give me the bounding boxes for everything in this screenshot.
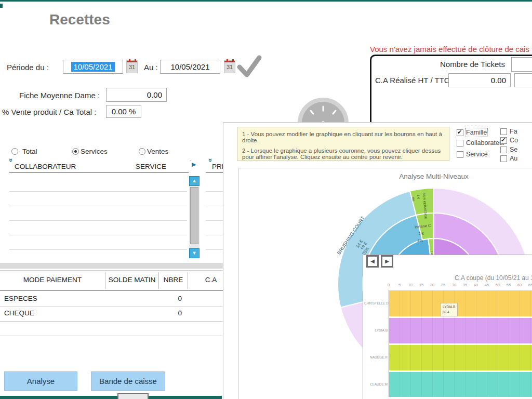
ca-realise-input[interactable]: 0.00 [448, 73, 511, 87]
calendar-icon-to[interactable]: 31 [224, 60, 235, 73]
checkbox-se[interactable] [500, 147, 507, 153]
period-to-label: Au : [144, 63, 158, 72]
page-title: Recettes [49, 11, 110, 28]
bar-chart-panel: C.A coupe (du 10/05/21 au 10/05/21) 0 5 … [363, 255, 532, 399]
vente-produit-input[interactable]: 0.00 % [106, 105, 141, 118]
radio-total[interactable] [11, 148, 18, 155]
vente-produit-label: % Vente produit / Ca Total : [2, 108, 97, 116]
radio-services-label: Services [81, 148, 108, 155]
validate-checkmark-icon[interactable] [236, 54, 262, 78]
checkbox-co-label: Co [510, 137, 518, 144]
radio-total-label: Total [22, 148, 37, 155]
tickets-label: Nombre de Tickets [427, 60, 505, 69]
checkbox-collaborateur-label: Collaborateur [466, 139, 505, 147]
svg-text:4%: 4% [417, 238, 423, 243]
radio-services[interactable] [72, 148, 79, 155]
svg-text:1 €: 1 € [417, 195, 420, 200]
info-line-1: 1 - Vous pouvez modifier le graphique en… [242, 131, 444, 143]
bar-label: LYDIA.B [364, 328, 388, 332]
sunburst-title: Analyse Multi-Niveaux [382, 172, 486, 180]
column-chevron-icon[interactable]: « [206, 158, 214, 162]
hdr-solde-matin[interactable]: SOLDE MATIN [105, 276, 158, 284]
checkbox-service[interactable] [457, 151, 463, 158]
window-bottom-edge [0, 396, 222, 399]
column-chevron-icon[interactable]: « [6, 158, 14, 162]
ca-realise-label: C.A Réalisé HT / TTC [375, 76, 450, 85]
hdr-nbre[interactable]: NBRE [159, 276, 188, 284]
checkbox-collaborateur[interactable] [457, 140, 463, 147]
period-to-input[interactable]: 10/05/2021 [160, 60, 220, 74]
radio-ventes-label: Ventes [147, 148, 168, 155]
checkbox-co[interactable] [500, 137, 507, 144]
sort-filter-icon[interactable]: ▶ [192, 161, 196, 168]
payment-nbre: 0 [159, 309, 182, 317]
col-prix[interactable]: PRI [212, 163, 224, 170]
checkbox-au-label: Au [510, 155, 517, 162]
checkbox-famille[interactable] [457, 129, 463, 136]
payment-nbre: 0 [159, 295, 182, 302]
analyse-button[interactable]: Analyse [4, 371, 77, 391]
hdr-mode-paiement[interactable]: MODE PAIEMENT [11, 276, 94, 284]
recettes-screen: { "window": { "title": "Recettes", "peri… [0, 0, 532, 399]
svg-text:4%: 4% [411, 197, 415, 202]
scrollbar-down-button[interactable]: ▼ [189, 248, 200, 258]
checkbox-se-label: Se [510, 146, 517, 153]
bar-tooltip: LYDIA.B 82.4 [440, 303, 458, 316]
fiche-moyenne-label: Fiche Moyenne Dame : [19, 91, 100, 100]
checkbox-au[interactable] [500, 155, 507, 162]
bar-label: CHRISTELLE.D [364, 301, 388, 305]
period-label: Période du : [7, 63, 49, 72]
chart-info-box: 1 - Vous pouvez modifier le graphique en… [237, 127, 449, 161]
closure-warning: Vous n'avez jamais effectué de clôture d… [370, 45, 529, 54]
info-line-2: 2 - Lorsque le graphique a plusieurs cou… [242, 148, 444, 160]
scrollbar-thumb[interactable] [190, 187, 198, 244]
sunburst-prev-button[interactable]: ◀ [366, 255, 379, 268]
partially-hidden-control[interactable] [117, 393, 149, 399]
table-separator [0, 263, 223, 269]
radio-ventes[interactable] [139, 148, 145, 155]
svg-text:2 €: 2 € [418, 231, 424, 236]
col-collaborateur[interactable]: COLLABORATEUR [15, 163, 76, 170]
window-top-edge [0, 0, 532, 2]
bande-de-caisse-button[interactable]: Bande de caisse [91, 371, 165, 391]
bar-chart-gridlines [389, 290, 532, 397]
fiche-moyenne-input[interactable]: 0.00 [106, 88, 167, 102]
bar-chart-title: C.A coupe (du 10/05/21 au 10/05/21) [455, 274, 532, 282]
window-edge-notch [0, 4, 3, 8]
period-from-input[interactable]: 10/05/2021 [63, 60, 123, 74]
col-service[interactable]: SERVICE [136, 163, 166, 170]
bar-label: NADÈGE.R [364, 355, 388, 359]
scrollbar-up-button[interactable]: ▲ [189, 176, 200, 186]
payment-mode: ESPECES [4, 295, 37, 302]
payment-mode: CHEQUE [4, 309, 34, 317]
bar-label: CLAUDE.M [364, 382, 388, 386]
selected-date-text: 10/05/2021 [71, 62, 114, 72]
checkbox-service-label: Service [466, 151, 488, 158]
checkbox-famille-label: Famille [466, 129, 487, 136]
tickets-input[interactable] [511, 57, 532, 72]
ca-realise-input-2[interactable] [514, 73, 532, 87]
sunburst-next-button[interactable]: ▶ [381, 255, 393, 268]
checkbox-fa[interactable] [500, 128, 507, 135]
checkbox-fa-label: Fa [510, 128, 517, 135]
services-scrollbar[interactable]: ▲ ▼ [189, 176, 200, 258]
calendar-icon-from[interactable]: 31 [126, 60, 138, 73]
hdr-ca[interactable]: C.A [195, 276, 227, 284]
